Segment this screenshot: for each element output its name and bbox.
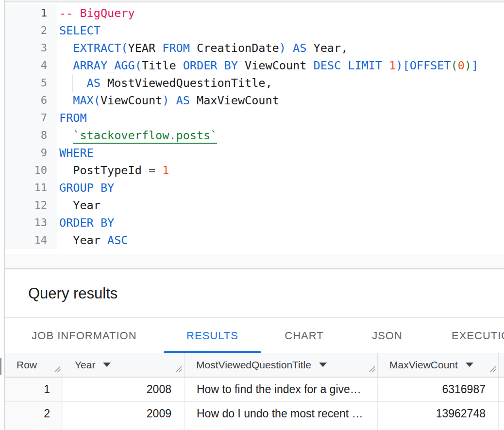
table-cell: 2008 xyxy=(63,378,185,401)
column-header-year[interactable]: Year xyxy=(63,353,185,377)
code-token: FROM xyxy=(155,41,190,55)
table-cell xyxy=(185,426,378,430)
results-table: RowYearMostViewedQuestionTitleMaxViewCou… xyxy=(5,353,504,430)
code-token: ) xyxy=(279,41,286,55)
line-number: 7 xyxy=(5,109,57,127)
line-number: 12 xyxy=(5,197,57,214)
column-resize-handle-icon[interactable] xyxy=(54,364,61,375)
code-text: -- BigQuery xyxy=(57,4,135,22)
tab-chart[interactable]: CHART xyxy=(261,318,347,353)
indent-guide xyxy=(59,162,59,179)
tab-label: JOB INFORMATION xyxy=(32,330,136,342)
tab-label: RESULTS xyxy=(186,330,238,342)
column-resize-handle-icon[interactable] xyxy=(175,364,183,375)
tab-label: JSON xyxy=(372,330,403,342)
code-text: PostTypeId = 1 xyxy=(57,162,169,179)
code-line[interactable]: 11GROUP BY xyxy=(5,179,504,197)
table-row[interactable] xyxy=(5,426,504,430)
bigquery-console: 1-- BigQuery2SELECT3 EXTRACT(YEAR FROM C… xyxy=(0,0,504,430)
code-line[interactable]: 12 Year xyxy=(5,197,504,214)
indent-guide xyxy=(72,74,73,92)
results-tabbar: JOB INFORMATIONRESULTSCHARTJSONEXECUTION… xyxy=(5,318,504,353)
line-number: 9 xyxy=(5,144,57,162)
table-cell: 1 xyxy=(5,378,63,401)
code-token: = xyxy=(142,164,155,177)
code-line[interactable]: 2SELECT xyxy=(5,22,504,39)
column-resize-handle-icon[interactable] xyxy=(369,364,376,375)
table-cell-filler xyxy=(499,426,504,430)
code-token: AS xyxy=(169,94,189,107)
code-line[interactable]: 3 EXTRACT(YEAR FROM CreationDate) AS Yea… xyxy=(5,39,504,57)
table-cell: 2009 xyxy=(63,402,185,426)
code-token: ARRAY_AGG xyxy=(73,59,134,72)
code-token: ] xyxy=(471,59,478,72)
code-token: ( xyxy=(94,94,101,107)
code-token: Year xyxy=(73,233,101,247)
code-token: Year xyxy=(73,198,101,212)
table-cell: How do I undo the most recent … xyxy=(185,402,378,426)
code-line[interactable]: 6 MAX(ViewCount) AS MaxViewCount xyxy=(5,92,504,109)
code-line[interactable]: 9WHERE xyxy=(5,144,504,162)
column-header-filler xyxy=(499,353,504,377)
table-cell: How to find the index for a give… xyxy=(185,378,378,401)
code-line[interactable]: 4 ARRAY_AGG(Title ORDER BY ViewCount DES… xyxy=(5,57,504,74)
column-label: Year xyxy=(75,359,95,371)
code-line[interactable]: 14 Year ASC xyxy=(5,232,504,249)
indent-guide xyxy=(59,127,59,144)
sql-editor[interactable]: 1-- BigQuery2SELECT3 EXTRACT(YEAR FROM C… xyxy=(5,2,504,254)
code-token: MaxViewCount xyxy=(190,94,279,107)
code-line[interactable]: 10 PostTypeId = 1 xyxy=(5,162,504,179)
code-text: FROM xyxy=(57,109,87,127)
table-cell xyxy=(5,426,63,430)
code-text: SELECT xyxy=(57,22,101,39)
code-text: EXTRACT(YEAR FROM CreationDate) AS Year, xyxy=(57,39,348,57)
line-number: 13 xyxy=(5,214,57,232)
code-token: ) xyxy=(396,59,403,72)
column-sort-dropdown-icon[interactable] xyxy=(319,363,327,367)
results-table-body: 12008How to find the index for a give…63… xyxy=(5,378,504,430)
code-line[interactable]: 5 AS MostViewedQuestionTitle, xyxy=(5,74,504,92)
column-sort-dropdown-icon[interactable] xyxy=(103,363,111,367)
tab-results[interactable]: RESULTS xyxy=(164,318,261,353)
column-header-maxviewcount[interactable]: MaxViewCount xyxy=(378,353,499,377)
tab-execution-details[interactable]: EXECUTION DETAILS xyxy=(427,318,504,353)
code-token: MAX xyxy=(73,94,93,107)
code-token: [ xyxy=(403,59,409,72)
table-cell: 2 xyxy=(5,402,63,426)
code-token: ORDER BY xyxy=(176,59,238,72)
code-line[interactable]: 8 `stackoverflow.posts` xyxy=(5,127,504,144)
table-row[interactable]: 12008How to find the index for a give…63… xyxy=(5,378,504,402)
code-token: 0 xyxy=(458,59,465,72)
code-token: 1 xyxy=(155,164,169,177)
code-text: MAX(ViewCount) AS MaxViewCount xyxy=(57,92,279,109)
indent-guide xyxy=(59,39,59,57)
tab-json[interactable]: JSON xyxy=(347,318,427,353)
column-header-row[interactable]: Row xyxy=(5,353,63,377)
code-token: ViewCount xyxy=(101,94,162,107)
code-line[interactable]: 13ORDER BY xyxy=(5,214,504,232)
code-token: SELECT xyxy=(59,24,101,37)
code-line[interactable]: 1-- BigQuery xyxy=(5,4,504,22)
table-cell: 13962748 xyxy=(378,402,499,426)
code-token: AS xyxy=(286,41,306,55)
column-resize-handle-icon[interactable] xyxy=(489,364,497,375)
code-token: ( xyxy=(121,41,128,55)
code-line[interactable]: 7FROM xyxy=(5,109,504,127)
code-text: AS MostViewedQuestionTitle, xyxy=(57,74,272,92)
line-number: 10 xyxy=(5,162,57,179)
table-row[interactable]: 22009How do I undo the most recent …1396… xyxy=(5,402,504,426)
line-number: 11 xyxy=(5,179,57,197)
tab-job-information[interactable]: JOB INFORMATION xyxy=(5,318,164,353)
left-scrollbar-thumb[interactable] xyxy=(0,358,1,375)
column-label: Row xyxy=(17,359,37,371)
code-token: YEAR xyxy=(128,41,156,55)
code-token: ( xyxy=(451,59,458,72)
indent-guide xyxy=(59,74,59,92)
code-token: CreationDate xyxy=(190,41,279,55)
table-cell xyxy=(378,426,499,430)
column-header-mostviewedquestiontitle[interactable]: MostViewedQuestionTitle xyxy=(185,353,378,377)
line-number: 4 xyxy=(5,57,57,74)
code-token: `stackoverflow.posts` xyxy=(73,129,217,144)
column-sort-dropdown-icon[interactable] xyxy=(466,363,473,367)
code-token: PostTypeId xyxy=(73,164,141,177)
